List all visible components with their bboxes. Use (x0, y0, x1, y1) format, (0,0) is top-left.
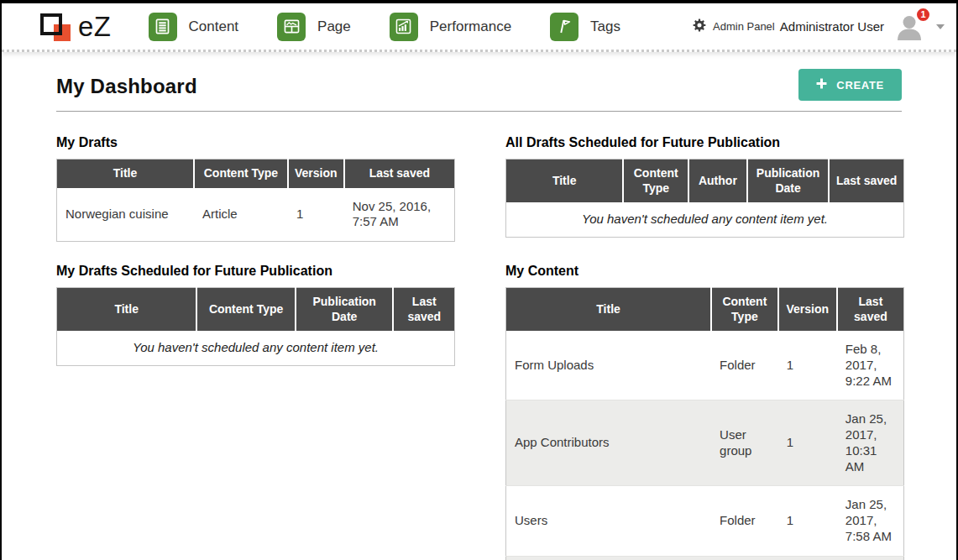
create-button[interactable]: CREATE (798, 69, 902, 101)
nav-item-performance[interactable]: Performance (390, 13, 511, 41)
nav-item-label: Page (317, 18, 351, 35)
create-button-label: CREATE (836, 79, 884, 92)
table-cell: Folder (711, 486, 778, 556)
column-header: Content Type (711, 288, 778, 332)
logo-text: eZ (78, 13, 112, 40)
ez-logo[interactable]: eZ (39, 10, 112, 44)
table-cell: App (506, 556, 712, 560)
table-row[interactable]: UsersFolder1Jan 25, 2017, 7:58 AM (506, 486, 904, 556)
table-header-row: TitleContent TypeVersionLast saved (57, 160, 455, 188)
empty-row: You haven't scheduled any content item y… (506, 202, 904, 237)
user-name: Administrator User (780, 19, 884, 34)
nav-item-content[interactable]: Content (149, 13, 239, 41)
top-navigation-bar: eZ Content (2, 3, 956, 52)
column-header: Last saved (837, 288, 904, 332)
column-header: Version (288, 160, 344, 188)
column-header: Content Type (623, 160, 688, 203)
performance-icon (390, 13, 418, 41)
table-cell: Form Uploads (506, 331, 712, 400)
table-row[interactable]: Norwegian cuisineArticle1Nov 25, 2016, 7… (57, 188, 455, 242)
nav-item-label: Content (189, 18, 239, 35)
all-drafts-scheduled-table: TitleContent TypeAuthorPublication DateL… (505, 159, 904, 238)
empty-message: You haven't scheduled any content item y… (57, 331, 455, 365)
plus-icon (816, 78, 827, 92)
table-cell: Jan 25, 2017, 7:58 AM (837, 486, 904, 556)
section-heading: All Drafts Scheduled for Future Publicat… (505, 135, 904, 150)
table-header-row: TitleContent TypeAuthorPublication DateL… (506, 160, 904, 203)
title-row: My Dashboard CREATE (56, 69, 902, 112)
section-my-content: My Content TitleContent TypeVersionLast … (505, 264, 904, 560)
column-header: Last saved (829, 160, 903, 203)
my-content-table: TitleContent TypeVersionLast savedForm U… (505, 287, 904, 560)
section-my-drafts-scheduled: My Drafts Scheduled for Future Publicati… (56, 264, 455, 366)
column-header: Author (688, 160, 747, 203)
admin-panel-label: Admin Panel (713, 20, 775, 33)
dashboard-page: My Dashboard CREATE My Drafts TitleConte… (2, 69, 956, 560)
table-cell: Jan 25, 2017, 10:31 AM (837, 400, 904, 486)
section-heading: My Drafts (56, 135, 455, 150)
column-header: Last saved (393, 288, 454, 332)
table-cell: Folder (711, 331, 778, 400)
table-cell: 1 (288, 188, 344, 242)
section-my-drafts: My Drafts TitleContent TypeVersionLast s… (56, 135, 455, 242)
logo-black-square (40, 13, 62, 35)
section-heading: My Content (505, 264, 904, 279)
avatar[interactable]: 1 (894, 13, 924, 40)
table-header-row: TitleContent TypePublication DateLast sa… (57, 288, 455, 332)
my-drafts-scheduled-table: TitleContent TypePublication DateLast sa… (56, 287, 455, 366)
column-header: Publication Date (296, 288, 394, 332)
page-icon (277, 13, 306, 41)
table-cell: 1 (778, 400, 837, 486)
table-cell: 1 (778, 486, 837, 556)
nav-item-page[interactable]: Page (277, 13, 351, 41)
column-header: Title (506, 160, 624, 203)
table-row[interactable]: App ContributorsUser group1Jan 25, 2017,… (506, 400, 904, 486)
empty-message: You haven't scheduled any content item y… (506, 202, 904, 237)
column-header: Publication Date (747, 160, 830, 203)
table-cell: Norwegian cuisine (57, 188, 195, 242)
empty-row: You haven't scheduled any content item y… (57, 331, 455, 365)
table-cell: Users (506, 486, 712, 556)
content-icon (149, 13, 177, 41)
gear-icon (693, 18, 706, 34)
notification-badge: 1 (915, 7, 931, 23)
table-cell: Article (194, 188, 288, 242)
table-cell: Jan 25, 2017, 7:55 AM (837, 556, 904, 560)
column-header: Content Type (194, 160, 288, 188)
column-header: Last saved (344, 160, 455, 188)
table-cell: Feb 8, 2017, 9:22 AM (837, 331, 904, 400)
column-header: Content Type (196, 288, 296, 332)
dashboard-grid: My Drafts TitleContent TypeVersionLast s… (56, 135, 902, 560)
column-header: Version (778, 288, 837, 332)
user-menu[interactable]: Administrator User 1 (780, 13, 945, 40)
table-cell: User group (711, 400, 778, 486)
nav-item-label: Tags (590, 18, 620, 35)
table-row[interactable]: AppFolder1Jan 25, 2017, 7:55 AM (506, 556, 904, 560)
page-title: My Dashboard (56, 75, 197, 98)
table-cell: 1 (778, 331, 837, 400)
table-row[interactable]: Form UploadsFolder1Feb 8, 2017, 9:22 AM (506, 331, 904, 400)
column-header: Title (506, 288, 712, 332)
tags-icon (550, 13, 578, 41)
column-header: Title (57, 160, 195, 188)
table-cell: Folder (711, 556, 778, 560)
table-header-row: TitleContent TypeVersionLast saved (506, 288, 904, 332)
table-cell: App Contributors (506, 400, 712, 486)
admin-panel-link[interactable]: Admin Panel (693, 18, 775, 34)
nav-item-tags[interactable]: Tags (550, 13, 620, 41)
section-all-drafts-scheduled: All Drafts Scheduled for Future Publicat… (505, 135, 904, 238)
column-header: Title (57, 288, 197, 332)
my-drafts-table: TitleContent TypeVersionLast savedNorweg… (56, 159, 455, 242)
table-cell: 1 (778, 556, 837, 560)
chevron-down-icon (936, 24, 945, 29)
section-heading: My Drafts Scheduled for Future Publicati… (56, 264, 455, 279)
table-cell: Nov 25, 2016, 7:57 AM (344, 188, 455, 242)
main-nav: Content Page (149, 13, 621, 41)
nav-item-label: Performance (430, 18, 511, 35)
ez-logo-icon (39, 10, 73, 44)
